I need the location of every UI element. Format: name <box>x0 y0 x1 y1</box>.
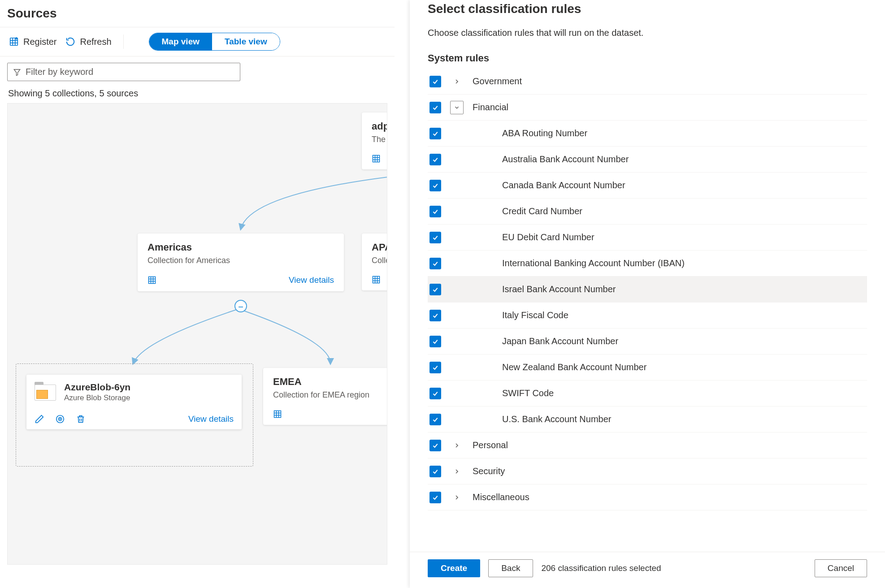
cancel-button[interactable]: Cancel <box>815 559 867 577</box>
chevron-down-icon[interactable] <box>450 101 464 114</box>
refresh-button[interactable]: Refresh <box>65 37 111 47</box>
grid-icon[interactable] <box>372 154 381 163</box>
filter-input-wrap[interactable] <box>7 63 240 81</box>
svg-rect-8 <box>373 156 380 162</box>
rule-item-label: EU Debit Card Number <box>502 232 867 242</box>
rule-group-label: Security <box>473 466 867 476</box>
rule-item-label: SWIFT Code <box>502 388 867 398</box>
rule-group-label: Personal <box>473 440 867 450</box>
filter-input[interactable] <box>26 67 234 77</box>
rule-item-row[interactable]: Italy Fiscal Code <box>428 303 867 329</box>
grid-icon[interactable] <box>372 275 381 284</box>
rule-item-label: Japan Bank Account Number <box>502 336 867 346</box>
edit-icon[interactable] <box>35 414 44 424</box>
rule-item-row[interactable]: New Zealand Bank Account Number <box>428 355 867 380</box>
blob-storage-icon <box>35 382 57 401</box>
svg-rect-28 <box>274 411 281 418</box>
card-subtitle: Colle <box>372 256 387 265</box>
card-title: Americas <box>148 242 334 253</box>
checkbox[interactable] <box>429 492 441 503</box>
rule-item-label: Israel Bank Account Number <box>502 284 867 294</box>
checkbox[interactable] <box>429 76 441 87</box>
rule-group-row[interactable]: Miscellaneous <box>428 484 867 510</box>
checkbox[interactable] <box>429 388 441 399</box>
rule-item-label: Credit Card Number <box>502 206 867 216</box>
azureblob-source-card[interactable]: AzureBlob-6yn Azure Blob Storage View de… <box>26 375 242 429</box>
rule-item-row[interactable]: EU Debit Card Number <box>428 225 867 251</box>
filter-row <box>0 56 395 84</box>
card-subtitle: Collection for Americas <box>148 256 334 265</box>
connector-lines <box>8 104 387 564</box>
rule-item-row[interactable]: Israel Bank Account Number <box>428 277 867 303</box>
rule-group-row[interactable]: Government <box>428 69 867 95</box>
rule-group-label: Government <box>473 76 867 86</box>
checkbox[interactable] <box>429 206 441 217</box>
scan-icon[interactable] <box>55 414 65 424</box>
rule-group-row[interactable]: Financial <box>428 95 867 121</box>
checkbox[interactable] <box>429 128 441 139</box>
grid-icon[interactable] <box>148 276 156 285</box>
register-label: Register <box>23 37 56 47</box>
root-collection-card[interactable]: adpu The r <box>362 112 387 169</box>
rules-list: GovernmentFinancialABA Routing NumberAus… <box>428 69 867 510</box>
rule-item-row[interactable]: SWIFT Code <box>428 380 867 406</box>
rule-item-row[interactable]: Canada Bank Account Number <box>428 173 867 199</box>
rule-item-row[interactable]: Credit Card Number <box>428 199 867 225</box>
rule-group-label: Financial <box>473 102 867 112</box>
chevron-right-icon[interactable] <box>450 442 464 449</box>
view-details-link[interactable]: View details <box>289 275 334 285</box>
chevron-right-icon[interactable] <box>450 494 464 501</box>
checkbox[interactable] <box>429 310 441 321</box>
card-title: adpu <box>372 121 387 132</box>
card-subtitle: The r <box>372 135 387 144</box>
checkbox[interactable] <box>429 258 441 269</box>
checkbox[interactable] <box>429 466 441 477</box>
refresh-label: Refresh <box>80 37 111 47</box>
register-button[interactable]: Register <box>9 37 56 47</box>
chevron-right-icon[interactable] <box>450 468 464 475</box>
americas-collection-card[interactable]: Americas Collection for Americas View de… <box>138 233 344 291</box>
rule-item-row[interactable]: Australia Bank Account Number <box>428 147 867 173</box>
svg-marker-7 <box>14 69 20 76</box>
checkbox[interactable] <box>429 414 441 425</box>
source-title: AzureBlob-6yn <box>64 382 130 393</box>
rule-group-row[interactable]: Security <box>428 458 867 484</box>
refresh-icon <box>65 37 75 47</box>
checkbox[interactable] <box>429 232 441 243</box>
filter-icon <box>13 68 21 76</box>
rule-group-row[interactable]: Personal <box>428 432 867 458</box>
svg-rect-13 <box>149 277 156 284</box>
chevron-right-icon[interactable] <box>450 78 464 85</box>
rule-item-row[interactable]: U.S. Bank Account Number <box>428 406 867 432</box>
rule-item-row[interactable]: ABA Routing Number <box>428 121 867 147</box>
collapse-node-icon[interactable]: – <box>234 300 247 312</box>
view-details-link[interactable]: View details <box>188 414 234 424</box>
checkbox[interactable] <box>429 336 441 347</box>
source-subtitle: Azure Blob Storage <box>64 393 130 402</box>
checkbox[interactable] <box>429 154 441 165</box>
grid-icon[interactable] <box>273 410 282 419</box>
emea-collection-card[interactable]: EMEA Collection for EMEA region <box>263 368 387 425</box>
back-button[interactable]: Back <box>488 559 533 577</box>
checkbox[interactable] <box>429 440 441 451</box>
create-button[interactable]: Create <box>428 559 480 577</box>
checkbox[interactable] <box>429 284 441 295</box>
table-view-tab[interactable]: Table view <box>212 33 280 50</box>
map-canvas[interactable]: adpu The r Americas Collection for Ameri… <box>7 103 387 565</box>
rule-item-row[interactable]: Japan Bank Account Number <box>428 329 867 355</box>
page-title: Sources <box>0 0 395 27</box>
classification-rules-panel: Select classification rules Choose class… <box>410 0 885 588</box>
delete-icon[interactable] <box>76 414 86 424</box>
toolbar: Register Refresh Map view Table view <box>0 27 395 56</box>
rule-item-row[interactable]: International Banking Account Number (IB… <box>428 251 867 277</box>
system-rules-heading: System rules <box>428 52 867 64</box>
map-view-tab[interactable]: Map view <box>149 33 212 50</box>
rule-item-label: U.S. Bank Account Number <box>502 414 867 424</box>
checkbox[interactable] <box>429 362 441 373</box>
checkbox[interactable] <box>429 180 441 191</box>
apac-collection-card[interactable]: APA Colle <box>362 233 387 290</box>
checkbox[interactable] <box>429 102 441 113</box>
rule-item-label: New Zealand Bank Account Number <box>502 362 867 372</box>
selection-status: 206 classification rules selected <box>541 563 661 573</box>
grid-plus-icon <box>9 37 19 47</box>
